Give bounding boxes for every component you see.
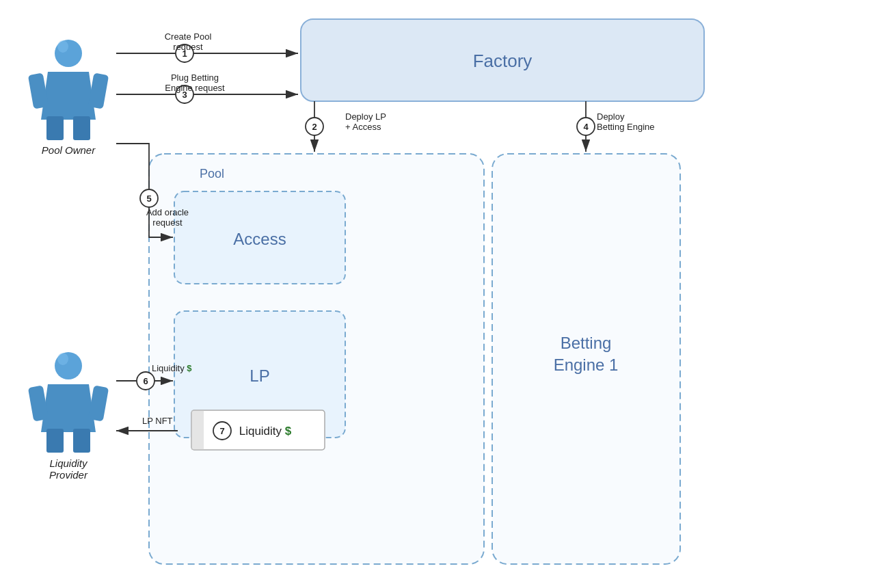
betting-engine-label: Betting — [561, 334, 612, 352]
svg-point-49 — [57, 353, 68, 365]
svg-text:Liquidity: Liquidity — [49, 457, 88, 469]
svg-text:Pool Owner: Pool Owner — [42, 144, 96, 156]
svg-rect-48 — [88, 385, 109, 421]
svg-text:Create Pool: Create Pool — [165, 31, 212, 42]
svg-text:5: 5 — [146, 193, 151, 204]
liquidity-subbox-label: Liquidity $ — [239, 425, 292, 438]
svg-text:7: 7 — [219, 426, 224, 436]
svg-marker-44 — [41, 384, 96, 432]
svg-text:Betting Engine: Betting Engine — [597, 122, 655, 132]
betting-engine-label2: Engine 1 — [554, 356, 619, 374]
svg-rect-39 — [28, 72, 49, 109]
svg-rect-37 — [46, 116, 64, 140]
access-label: Access — [233, 230, 286, 248]
svg-text:4: 4 — [583, 122, 589, 132]
svg-text:6: 6 — [143, 376, 148, 386]
svg-text:Deploy: Deploy — [597, 111, 625, 122]
svg-text:request: request — [173, 42, 203, 52]
svg-text:Deploy LP: Deploy LP — [345, 111, 386, 122]
svg-text:request: request — [152, 217, 183, 228]
svg-text:Engine request: Engine request — [165, 83, 225, 93]
svg-text:2: 2 — [312, 122, 317, 132]
svg-text:Add oracle: Add oracle — [146, 207, 189, 217]
svg-rect-38 — [73, 116, 90, 140]
svg-marker-36 — [41, 72, 96, 120]
svg-text:+ Access: + Access — [345, 122, 381, 132]
svg-rect-47 — [28, 385, 49, 421]
svg-point-41 — [57, 40, 68, 53]
svg-rect-45 — [46, 429, 64, 453]
factory-label: Factory — [473, 51, 533, 71]
pool-label: Pool — [200, 167, 224, 181]
svg-rect-40 — [88, 72, 109, 109]
lp-label: LP — [250, 366, 269, 385]
diagram: Factory Pool Access LP Liquidity $ Betti… — [0, 0, 875, 588]
svg-rect-2 — [191, 410, 204, 450]
svg-rect-46 — [73, 429, 90, 453]
svg-text:LP NFT: LP NFT — [142, 416, 173, 426]
svg-text:Liquidity $: Liquidity $ — [152, 363, 192, 373]
svg-text:Plug Betting: Plug Betting — [171, 72, 219, 83]
svg-text:Provider: Provider — [49, 469, 88, 481]
